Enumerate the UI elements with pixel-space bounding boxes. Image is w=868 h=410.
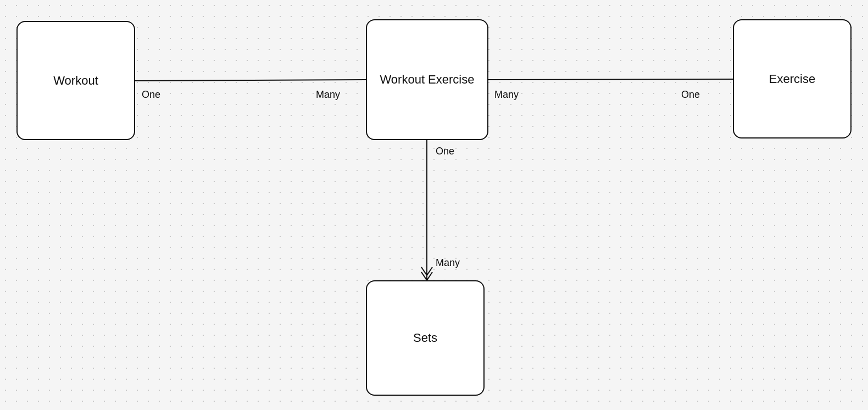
entity-workout: Workout <box>16 21 135 140</box>
entity-sets: Sets <box>366 280 485 396</box>
entity-workout-exercise: Workout Exercise <box>366 19 488 140</box>
svg-line-0 <box>135 80 366 81</box>
diagram-container: Workout Workout Exercise Exercise Sets O… <box>0 0 868 410</box>
label-sets-many: Many <box>436 257 460 269</box>
entity-exercise: Exercise <box>733 19 852 138</box>
svg-line-1 <box>488 79 733 80</box>
entity-workout-label: Workout <box>53 74 98 88</box>
entity-exercise-label: Exercise <box>769 72 815 86</box>
label-workout-one: One <box>142 89 160 101</box>
entity-workout-exercise-label: Workout Exercise <box>380 73 475 87</box>
label-workout-exercise-many-left: Many <box>316 89 340 101</box>
label-workout-exercise-one-bottom: One <box>436 146 454 157</box>
entity-sets-label: Sets <box>413 331 437 345</box>
label-workout-exercise-many-right: Many <box>494 89 519 101</box>
label-exercise-one: One <box>681 89 700 101</box>
